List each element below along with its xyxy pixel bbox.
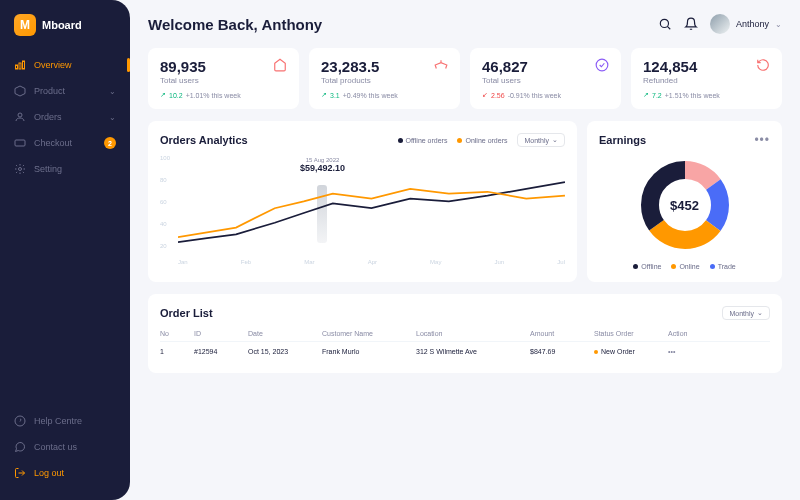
donut-center-value: $452 [670,198,699,213]
ship-icon [434,58,448,72]
svg-point-5 [19,168,22,171]
sidebar-item-overview[interactable]: Overview [0,52,130,78]
sidebar-item-setting[interactable]: Setting [0,156,130,182]
dot-icon [710,264,715,269]
user-icon [14,111,26,123]
avatar [710,14,730,34]
logout-icon [14,467,26,479]
dot-icon [594,350,598,354]
line-chart: 10080604020 15 Aug 2022 $59,492.10 JanFe… [160,155,565,265]
donut-legend: Offline Online Trade [633,263,735,270]
dot-icon [457,138,462,143]
user-name: Anthony [736,19,769,29]
sidebar-item-label: Contact us [34,442,77,452]
home-icon [273,58,287,72]
sidebar-item-label: Checkout [34,138,72,148]
refund-icon [756,58,770,72]
sidebar-item-checkout[interactable]: Checkout 2 [0,130,130,156]
stats-row: 89,935 Total users ↗10.2+1.01% this week… [148,48,782,109]
more-icon[interactable]: ••• [754,133,770,147]
stat-card-users-2: 46,827 Total users ↙2.56-0.91% this week [470,48,621,109]
stat-trend: ↗7.2+1.51% this week [643,91,770,99]
nav-main: Overview Product ⌄ Orders ⌄ Checkout 2 S… [0,52,130,408]
dot-icon [633,264,638,269]
header-actions: Anthony ⌄ [658,14,782,34]
logo-icon: M [14,14,36,36]
cube-icon [14,85,26,97]
sidebar-item-orders[interactable]: Orders ⌄ [0,104,130,130]
badge-count: 2 [104,137,116,149]
stat-card-products: 23,283.5 Total products ↗3.1+0.49% this … [309,48,460,109]
svg-point-3 [18,113,22,117]
table-row[interactable]: 1 #12594 Oct 15, 2023 Frank Murlo 312 S … [160,342,770,361]
stat-value: 23,283.5 [321,58,448,75]
sidebar-item-label: Overview [34,60,72,70]
sidebar-item-product[interactable]: Product ⌄ [0,78,130,104]
donut-chart: $452 [635,155,735,255]
card-title: Order List [160,307,213,319]
period-dropdown[interactable]: Monthly⌄ [722,306,770,320]
chevron-down-icon: ⌄ [552,136,558,144]
sidebar-item-label: Setting [34,164,62,174]
dot-icon [398,138,403,143]
stat-trend: ↗10.2+1.01% this week [160,91,287,99]
dot-icon [671,264,676,269]
stat-trend: ↙2.56-0.91% this week [482,91,609,99]
bell-icon[interactable] [684,17,698,31]
chevron-down-icon: ⌄ [775,20,782,29]
sidebar-item-contact[interactable]: Contact us [0,434,130,460]
svg-point-8 [596,59,608,71]
main-content: Welcome Back, Anthony Anthony ⌄ 89,935 T… [130,0,800,500]
chevron-down-icon: ⌄ [109,113,116,122]
order-table: No ID Date Customer Name Location Amount… [160,326,770,361]
chat-icon [14,441,26,453]
stat-trend: ↗3.1+0.49% this week [321,91,448,99]
svg-rect-4 [15,140,25,146]
gear-icon [14,163,26,175]
stat-label: Total products [321,76,448,85]
row-actions[interactable]: ••• [668,348,708,355]
svg-rect-0 [16,65,18,69]
sidebar-item-logout[interactable]: Log out [0,460,130,486]
logo-text: Mboard [42,19,82,31]
sidebar-item-label: Orders [34,112,62,122]
sidebar-item-label: Help Centre [34,416,82,426]
stat-label: Total users [482,76,609,85]
sidebar: M Mboard Overview Product ⌄ Orders ⌄ Che… [0,0,130,500]
chart-bar-icon [14,59,26,71]
card-title: Orders Analytics [160,134,248,146]
chevron-down-icon: ⌄ [757,309,763,317]
period-dropdown[interactable]: Monthly⌄ [517,133,565,147]
table-header: No ID Date Customer Name Location Amount… [160,326,770,342]
stat-card-users: 89,935 Total users ↗10.2+1.01% this week [148,48,299,109]
sidebar-item-label: Product [34,86,65,96]
sidebar-item-label: Log out [34,468,64,478]
user-menu[interactable]: Anthony ⌄ [710,14,782,34]
svg-rect-2 [23,61,25,69]
analytics-card: Orders Analytics Offline orders Online o… [148,121,577,282]
stat-label: Refunded [643,76,770,85]
status-badge: New Order [594,348,664,355]
card-icon [14,137,26,149]
svg-point-7 [660,19,668,27]
logo[interactable]: M Mboard [0,14,130,52]
stat-value: 124,854 [643,58,770,75]
earnings-card: Earnings ••• $452 Offline [587,121,782,282]
check-icon [595,58,609,72]
svg-rect-1 [19,63,21,69]
stat-value: 46,827 [482,58,609,75]
stat-card-refunded: 124,854 Refunded ↗7.2+1.51% this week [631,48,782,109]
search-icon[interactable] [658,17,672,31]
orderlist-card: Order List Monthly⌄ No ID Date Customer … [148,294,782,373]
card-title: Earnings [599,134,646,146]
sidebar-item-help[interactable]: Help Centre [0,408,130,434]
chart-legend: Offline orders Online orders Monthly⌄ [398,133,565,147]
stat-value: 89,935 [160,58,287,75]
nav-bottom: Help Centre Contact us Log out [0,408,130,486]
chevron-down-icon: ⌄ [109,87,116,96]
page-title: Welcome Back, Anthony [148,16,322,33]
help-icon [14,415,26,427]
header: Welcome Back, Anthony Anthony ⌄ [148,14,782,34]
stat-label: Total users [160,76,287,85]
